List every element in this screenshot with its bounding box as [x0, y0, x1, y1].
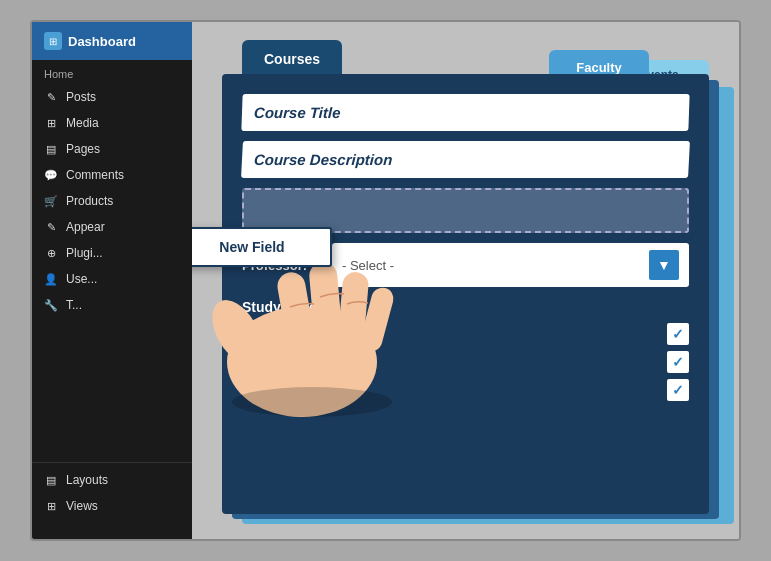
media-icon: ⊞	[44, 116, 58, 130]
pages-icon: ▤	[44, 142, 58, 156]
sidebar-item-appearance[interactable]: ✎ Appear	[32, 214, 192, 240]
sidebar-item-label: Use...	[66, 272, 97, 286]
checkbox-pens[interactable]: ✓	[667, 351, 689, 373]
professor-placeholder: - Select -	[342, 258, 394, 273]
sidebar-item-label: Products	[66, 194, 113, 208]
main-card: Course Title Course Description Professo…	[222, 74, 709, 514]
sidebar-item-label: T...	[66, 298, 82, 312]
plugins-icon: ⊕	[44, 246, 58, 260]
layouts-icon: ▤	[44, 473, 58, 487]
sidebar-item-pages[interactable]: ▤ Pages	[32, 136, 192, 162]
sidebar-item-label: Plugi...	[66, 246, 103, 260]
sidebar-item-label: Layouts	[66, 473, 108, 487]
checkbox-label-pens: Pens	[242, 355, 269, 369]
sidebar-item-label: Appear	[66, 220, 105, 234]
professor-select[interactable]: - Select - ▼	[332, 243, 689, 287]
sidebar-item-label: Views	[66, 499, 98, 513]
sidebar-item-users[interactable]: 👤 Use...	[32, 266, 192, 292]
posts-icon: ✎	[44, 90, 58, 104]
checkbox-row-laptop: Laptop ✓	[242, 379, 689, 401]
sidebar: ⊞ Dashboard Home ✎ Posts ⊞ Media ▤ Pages…	[32, 22, 192, 539]
sidebar-bottom: ▤ Layouts ⊞ Views	[32, 458, 192, 519]
checkbox-books[interactable]: ✓	[667, 323, 689, 345]
sidebar-item-posts[interactable]: ✎ Posts	[32, 84, 192, 110]
sidebar-item-label: Pages	[66, 142, 100, 156]
checkbox-label-books: Books	[242, 327, 275, 341]
checkbox-row-books: Books ✓	[242, 323, 689, 345]
checkbox-label-laptop: Laptop	[242, 383, 279, 397]
sidebar-item-label: Comments	[66, 168, 124, 182]
course-title-field[interactable]: Course Title	[241, 94, 689, 131]
sidebar-item-label: Posts	[66, 90, 96, 104]
checkbox-row-pens: Pens ✓	[242, 351, 689, 373]
dashboard-icon: ⊞	[44, 32, 62, 50]
sidebar-item-layouts[interactable]: ▤ Layouts	[32, 467, 192, 493]
main-content: Events Faculty Courses Course Title Co	[192, 22, 739, 539]
checkbox-laptop[interactable]: ✓	[667, 379, 689, 401]
products-icon: 🛒	[44, 194, 58, 208]
comments-icon: 💬	[44, 168, 58, 182]
form-card-container: Events Faculty Courses Course Title Co	[232, 42, 729, 529]
sidebar-title: Dashboard	[68, 34, 136, 49]
course-description-field[interactable]: Course Description	[241, 141, 690, 178]
sidebar-item-products[interactable]: 🛒 Products	[32, 188, 192, 214]
select-arrow-icon: ▼	[649, 250, 679, 280]
appearance-icon: ✎	[44, 220, 58, 234]
home-label: Home	[32, 60, 192, 84]
sidebar-item-media[interactable]: ⊞ Media	[32, 110, 192, 136]
sidebar-item-comments[interactable]: 💬 Comments	[32, 162, 192, 188]
sidebar-header[interactable]: ⊞ Dashboard	[32, 22, 192, 60]
sidebar-item-views[interactable]: ⊞ Views	[32, 493, 192, 519]
sidebar-item-label: Media	[66, 116, 99, 130]
inner-frame: ⊞ Dashboard Home ✎ Posts ⊞ Media ▤ Pages…	[30, 20, 741, 541]
study-material-label: Study Material	[242, 299, 689, 315]
screenshot-frame: ⊞ Dashboard Home ✎ Posts ⊞ Media ▤ Pages…	[0, 0, 771, 561]
users-icon: 👤	[44, 272, 58, 286]
tab-courses[interactable]: Courses	[242, 40, 342, 78]
new-field-card[interactable]: New Field	[192, 227, 332, 267]
sidebar-item-plugins[interactable]: ⊕ Plugi...	[32, 240, 192, 266]
sidebar-item-tools[interactable]: 🔧 T...	[32, 292, 192, 318]
tools-icon: 🔧	[44, 298, 58, 312]
views-icon: ⊞	[44, 499, 58, 513]
